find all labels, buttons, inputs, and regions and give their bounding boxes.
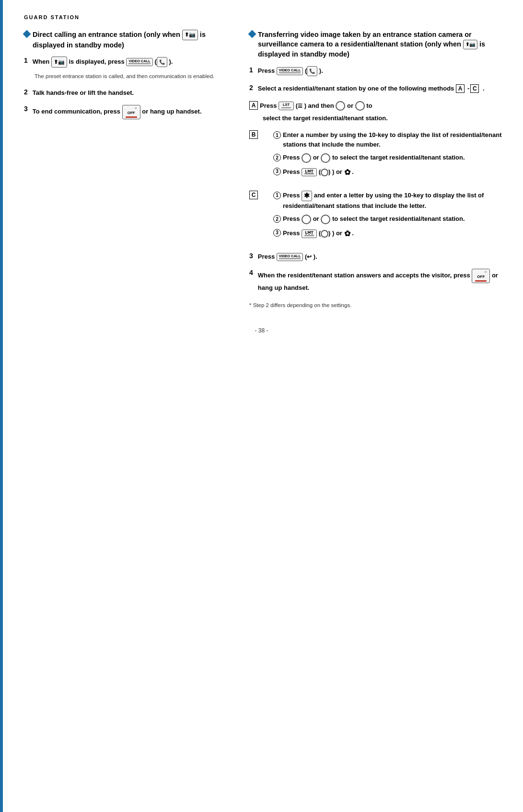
lmt-button-c3: L̲M̲T̲ [302, 229, 317, 238]
right-step-num-2: 2 [249, 84, 253, 91]
knob-icon-c1 [302, 215, 311, 224]
left-step-3-row: 3 To end communication, press ○ OFF or h… [24, 105, 230, 119]
c-sub3-text: Press L̲M̲T̲ () ) or ✿ . [283, 228, 354, 240]
right-step-2: 2 Select a residential/tenant station by… [249, 84, 504, 93]
range-box-a: A [456, 84, 465, 93]
c-sub1-text: Press ✱ and enter a letter by using the … [283, 191, 504, 211]
knob-icon-c3 [321, 230, 328, 238]
off-button-s3: ○ OFF [122, 105, 140, 119]
range-box-c: C [470, 84, 479, 93]
flower-icon-b3: ✿ [344, 168, 350, 176]
step-num-3: 3 [24, 105, 28, 113]
knob-icon-b3 [321, 169, 328, 176]
circle-2-b: 2 [273, 154, 281, 161]
method-c-sub3: 3 Press L̲M̲T̲ () ) or ✿ . [273, 228, 504, 240]
knob-icon-b1 [302, 153, 311, 163]
right-step-2-row: 2 Select a residential/tenant station by… [249, 84, 504, 93]
diamond-icon [23, 30, 31, 38]
method-b-substeps: 1 Enter a number by using the 10-key to … [260, 130, 504, 182]
footnote: * Step 2 differs depending on the settin… [249, 302, 504, 308]
method-c-title: C 1 Press ✱ and enter a letter by using … [249, 191, 504, 243]
range-indicator: A - C [456, 84, 481, 93]
off-button-r-s4: ○ OFF [472, 269, 490, 283]
left-step-3: 3 To end communication, press ○ OFF or h… [24, 105, 230, 119]
circle-3-c: 3 [273, 229, 281, 237]
knob-icon-a2 [355, 101, 365, 111]
method-c-substeps: 1 Press ✱ and enter a letter by using th… [260, 191, 504, 243]
left-title-text: Direct calling an entrance station (only… [33, 30, 230, 50]
right-step-num-4: 4 [249, 269, 253, 276]
method-c-block: C 1 Press ✱ and enter a letter by using … [249, 191, 504, 243]
diamond-icon-right [248, 30, 256, 38]
left-step-2-row: 2 Talk hands-free or lift the handset. [24, 88, 230, 98]
method-a-title: A Press LST (☰ ) and then or to [249, 101, 504, 111]
right-step-3-text: Press VIDEO CALL (↩ ). [258, 252, 317, 262]
method-c-sub1: 1 Press ✱ and enter a letter by using th… [273, 191, 504, 211]
method-b-title: B 1 Enter a number by using the 10-key t… [249, 130, 504, 182]
flower-icon-c3: ✿ [344, 229, 350, 238]
lmt-button-b3: L̲M̲T̲ [302, 168, 317, 177]
right-step-3-row: 3 Press VIDEO CALL (↩ ). [249, 252, 504, 262]
video-call-button-r-s1: VIDEO CALL [277, 67, 303, 76]
b-sub3-text: Press L̲M̲T̲ () ) or ✿ . [283, 167, 354, 178]
method-a-label: A [249, 101, 258, 110]
knob-icon-c2 [321, 215, 330, 224]
knob-icon-b2 [321, 153, 330, 163]
circle-1-b: 1 [273, 131, 281, 139]
right-step-num-1: 1 [249, 66, 253, 74]
right-step-1-text: Press VIDEO CALL (📞 ). [258, 66, 323, 76]
method-b-block: B 1 Enter a number by using the 10-key t… [249, 130, 504, 182]
right-step-3: 3 Press VIDEO CALL (↩ ). [249, 252, 504, 262]
call-icon-s1: 📞 [157, 57, 167, 67]
video-call-button-s1: VIDEO CALL [126, 58, 152, 67]
method-a-block: A Press LST (☰ ) and then or to [249, 101, 504, 122]
left-step-1-text: When ⬆📷 is displayed, press VIDEO CALL (… [33, 57, 173, 68]
method-a-text: Press LST (☰ ) and then or to [260, 101, 372, 111]
left-step-1-row: 1 When ⬆📷 is displayed, press VIDEO CALL… [24, 57, 230, 68]
left-step-2: 2 Talk hands-free or lift the handset. [24, 88, 230, 98]
right-column: Transferring video image taken by an ent… [249, 30, 504, 308]
right-step-4-row: 4 When the resident/tenant station answe… [249, 269, 504, 293]
method-b-sub1: 1 Enter a number by using the 10-key to … [273, 130, 504, 149]
method-b-sub3: 3 Press L̲M̲T̲ () ) or ✿ . [273, 167, 504, 178]
left-column: Direct calling an entrance station (only… [24, 30, 230, 308]
two-column-layout: Direct calling an entrance station (only… [24, 30, 504, 308]
b-sub2-text: Press or to select the target residentia… [283, 153, 465, 163]
header-title: GUARD STATION [24, 14, 80, 20]
circle-3-b: 3 [273, 168, 281, 175]
left-step-2-text: Talk hands-free or lift the handset. [33, 88, 134, 98]
page: GUARD STATION Direct calling an entrance… [0, 0, 523, 812]
entrance-station-icon-s1: ⬆📷 [51, 57, 67, 68]
step-num-1: 1 [24, 57, 28, 64]
right-step-1-row: 1 Press VIDEO CALL (📞 ). [249, 66, 504, 76]
method-b-label: B [249, 130, 258, 139]
right-section-title: Transferring video image taken by an ent… [249, 30, 504, 59]
page-header: GUARD STATION [24, 14, 504, 20]
method-b-sub2: 2 Press or to select the target resident… [273, 153, 504, 163]
entrance-station-icon-title-r: ⬆📷 [463, 40, 477, 49]
circle-1-c: 1 [273, 192, 281, 199]
step-num-2: 2 [24, 88, 28, 96]
left-step-1: 1 When ⬆📷 is displayed, press VIDEO CALL… [24, 57, 230, 80]
call-icon-r-s1: 📞 [307, 66, 317, 76]
circle-2-c: 2 [273, 215, 281, 223]
right-step-num-3: 3 [249, 252, 253, 260]
right-step-2-text: Select a residential/tenant station by o… [258, 84, 485, 93]
c-sub2-text: Press or to select the target residentia… [283, 214, 465, 224]
video-call-button-r-s3: VIDEO CALL [277, 253, 303, 262]
right-step-1: 1 Press VIDEO CALL (📞 ). [249, 66, 504, 76]
left-step-3-text: To end communication, press ○ OFF or han… [33, 105, 202, 119]
right-title-text: Transferring video image taken by an ent… [258, 30, 504, 59]
left-section-title: Direct calling an entrance station (only… [24, 30, 230, 50]
entrance-station-icon-title: ⬆📷 [182, 30, 198, 40]
right-step-4: 4 When the resident/tenant station answe… [249, 269, 504, 293]
method-c-sub2: 2 Press or to select the target resident… [273, 214, 504, 224]
method-c-label: C [249, 191, 258, 199]
method-a-end-text: select the target residential/tenant sta… [263, 114, 504, 122]
list-button-a: LST [279, 102, 294, 110]
knob-icon-a1 [336, 101, 345, 111]
right-step-4-text: When the resident/tenant station answers… [258, 269, 504, 293]
star-button-c1: ✱ [302, 191, 312, 201]
page-number: - 38 - [19, 327, 504, 334]
left-step-1-subtext: The preset entrance station is called, a… [35, 72, 230, 80]
